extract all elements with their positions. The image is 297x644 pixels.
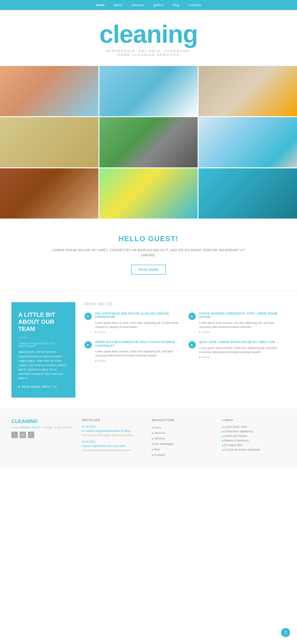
about-divider (18, 337, 28, 338)
privacy-link[interactable]: PRIVACY POLICY (20, 426, 41, 429)
about-box: A LITTLE BIT ABOUT OUR TEAM LOREM IPSUM … (12, 302, 76, 398)
nav-gallery[interactable]: gallery (153, 3, 164, 7)
gallery-cell[interactable] (0, 117, 98, 168)
photo-gallery (0, 66, 297, 218)
link-item-3: Lorem auci tempor (222, 434, 286, 438)
article-date-2: 20.02.2013 (82, 440, 145, 444)
nav-about[interactable]: about (114, 3, 123, 7)
service-text-2: Lorem ipsum dolor sit amet, con ettur ad… (199, 321, 286, 329)
service-content-4: QUAT ANTE LOREM IPSUM DOLOR SIT AMET CON… (199, 340, 286, 362)
gallery-cell[interactable] (0, 66, 98, 116)
service-more-link-4[interactable]: MORE (199, 356, 286, 359)
footer-nav-services: Services (152, 436, 216, 440)
article-date-1: 27.02.2013 (82, 425, 145, 428)
gallery-cell[interactable] (198, 66, 297, 116)
twitter-icon[interactable]: t (12, 432, 18, 438)
service-item-1: PELLENTESQUE SED DOLOR ALIQUAM CONGUE FE… (84, 312, 182, 334)
service-more-link-2[interactable]: MORE (199, 331, 286, 334)
service-text-1: Lorem ipsum dolor sit amet, cinise ettur… (95, 321, 182, 329)
link-item-5: Et magna fidus (222, 444, 286, 447)
nav-contacts[interactable]: contacts (188, 3, 201, 7)
service-more-link-3[interactable]: MORE (95, 360, 182, 362)
service-content-1: PELLENTESQUE SED DOLOR ALIQUAM CONGUE FE… (95, 312, 182, 334)
read-more-button[interactable]: READ MORE (131, 265, 166, 274)
site-footer: CLEANING © 2013 PRIVACY POLICY PHONE: +1… (0, 409, 297, 467)
gallery-cell[interactable] (100, 168, 198, 218)
nav-services[interactable]: services (132, 3, 144, 7)
service-more-link-1[interactable]: MORE (95, 331, 182, 334)
nav-title: NAVIGATION (152, 418, 216, 422)
service-text-3: Lorem ipsum dolor sit amet, cinise ettur… (95, 350, 182, 358)
gallery-cell[interactable] (198, 168, 297, 218)
service-title-4: QUAT ANTE LOREM IPSUM DOLOR SIT AMET CON (199, 340, 286, 344)
service-icon-2 (188, 313, 196, 320)
article-link-1[interactable]: At sustion celgplusamoducation sit titiq… (82, 429, 145, 432)
footer-articles: ARTICLES 27.02.2013 At sustion celgplusa… (82, 418, 145, 458)
service-title-1: PELLENTESQUE SED DOLOR ALIQUAM CONGUE FE… (95, 312, 182, 319)
service-text-4: Lorem ipsum dolor sit amet, cinise ettur… (199, 346, 286, 354)
footer-nav-list: Home About us Services Our advantages Bl… (152, 425, 216, 457)
footer-links: LINKS Lorem ipsum dolor Consectetur adip… (222, 418, 286, 458)
rss-icon[interactable]: rss (20, 432, 26, 438)
service-item-4: QUAT ANTE LOREM IPSUM DOLOR SIT AMET CON… (188, 340, 286, 362)
footer-nav-advantages: Our advantages (152, 442, 216, 446)
brand-title: cleaning (4, 22, 292, 46)
what-we-do-section: WHAT WE DO PELLENTESQUE SED DOLOR ALIQUA… (84, 302, 286, 398)
about-read-more-link[interactable]: READ MORE ABOUT US (18, 385, 68, 388)
facebook-icon[interactable]: f (28, 432, 34, 438)
gallery-cell[interactable] (100, 117, 198, 168)
main-nav: home about services gallery blog contact… (0, 0, 297, 10)
what-we-do-title: WHAT WE DO (84, 302, 286, 306)
links-title: LINKS (222, 418, 286, 422)
footer-nav-blog: Blog (152, 447, 216, 451)
article-item-1: 27.02.2013 At sustion celgplusamoducatio… (82, 425, 145, 437)
social-icons: t rss f (12, 432, 75, 438)
service-item-3: PROIN DICTUM ELEMENTUM VELIT FUSCE EUISM… (84, 340, 182, 362)
footer-nav-contacts: Contacts (152, 453, 216, 457)
links-list: Lorem ipsum dolor Consectetur adipisicin… (222, 425, 286, 451)
tagline: AFFORDABLE. RELIABLE. THOROUGH. HOME CLE… (4, 49, 292, 57)
footer-brand-title: CLEANING (12, 418, 75, 424)
service-content-2: FUSCE EUISMOD CONSEQUAT ANTE LOREM IPSUM… (199, 312, 286, 334)
service-icon-3 (84, 341, 92, 348)
about-title: A LITTLE BIT ABOUT OUR TEAM (18, 311, 68, 333)
hello-title: HELLO GUEST! (46, 234, 251, 243)
footer-navigation: NAVIGATION Home About us Services Our ad… (152, 418, 216, 458)
service-title-3: PROIN DICTUM ELEMENTUM VELIT FUSCE EUISM… (95, 340, 182, 348)
services-grid: PELLENTESQUE SED DOLOR ALIQUAM CONGUE FE… (84, 312, 286, 362)
gallery-cell[interactable] (0, 168, 98, 218)
service-content-3: PROIN DICTUM ELEMENTUM VELIT FUSCE EUISM… (95, 340, 182, 362)
footer-copyright: © 2013 PRIVACY POLICY PHONE: +1-800-1573… (12, 426, 75, 429)
hello-text: LOREM IPSUM DOLOR SIT AMET, CONSECTETUR … (46, 248, 251, 258)
link-item-6: Ut enim ad notlore ulancorper (222, 448, 286, 451)
service-title-2: FUSCE EUISMOD CONSEQUAT ANTE LOREM IPSUM… (199, 312, 286, 319)
about-label: LOREM IPSUM DOLOR SIT AMETCONST (18, 342, 68, 348)
article-link-2[interactable]: Fuctum cisplantious cares quis velit (82, 444, 145, 448)
article-text-2: Sucmh aqua modortatulo aliqut lorem ipsu… (82, 448, 145, 452)
service-icon-1 (84, 313, 92, 320)
article-item-2: 20.02.2013 Fuctum cisplantious cares qui… (82, 440, 145, 452)
link-item-2: Consectetur adipisicing (222, 430, 286, 433)
nav-home[interactable]: home (96, 3, 105, 7)
site-header: cleaning AFFORDABLE. RELIABLE. THOROUGH.… (0, 10, 297, 66)
about-para: Alpisicing est, sed do eiusmod temporinc… (18, 350, 68, 380)
articles-title: ARTICLES (82, 418, 145, 422)
footer-brand: CLEANING © 2013 PRIVACY POLICY PHONE: +1… (12, 418, 75, 458)
article-text-1: Sucmh solor moderatuptio aliqut lorem te… (82, 434, 145, 437)
nav-blog[interactable]: blog (173, 3, 179, 7)
service-item-2: FUSCE EUISMOD CONSEQUAT ANTE LOREM IPSUM… (188, 312, 286, 334)
about-section: A LITTLE BIT ABOUT OUR TEAM LOREM IPSUM … (0, 291, 297, 409)
link-item-4: Bibetur ut laboreves (222, 439, 286, 442)
service-icon-4 (188, 341, 196, 348)
gallery-cell[interactable] (198, 117, 297, 168)
link-item-1: Lorem ipsum dolor (222, 425, 286, 428)
hello-section: HELLO GUEST! LOREM IPSUM DOLOR SIT AMET,… (0, 218, 297, 291)
footer-nav-about: About us (152, 431, 216, 435)
gallery-cell[interactable] (100, 66, 198, 116)
footer-nav-home: Home (152, 425, 216, 429)
